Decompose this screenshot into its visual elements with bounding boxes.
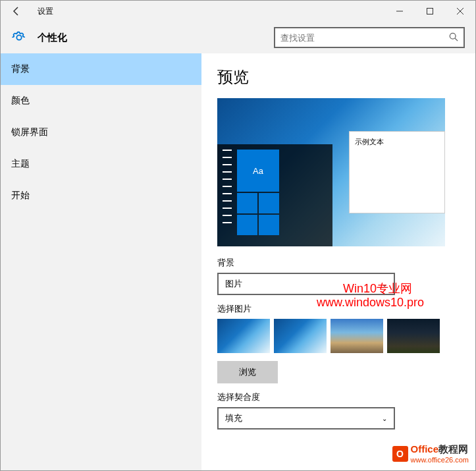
svg-rect-1 <box>427 9 433 14</box>
picture-thumbnails <box>217 319 460 353</box>
picture-thumb-2[interactable] <box>274 319 327 353</box>
picture-thumb-3[interactable] <box>331 319 383 353</box>
sidebar-item-label: 颜色 <box>11 95 30 107</box>
search-icon <box>449 32 458 43</box>
preview-start-list <box>223 150 232 241</box>
main-panel: 预览 Aa 示例文本 背景 图片 <box>201 53 475 470</box>
picture-thumb-4[interactable] <box>387 319 440 353</box>
minimize-button[interactable] <box>384 1 415 22</box>
chevron-down-icon: ⌄ <box>382 281 387 288</box>
svg-point-2 <box>450 33 456 39</box>
close-button[interactable] <box>445 1 475 22</box>
maximize-button[interactable] <box>415 1 445 22</box>
sample-window-text: 示例文本 <box>355 138 384 146</box>
content: 背景 颜色 锁屏界面 主题 开始 预览 Aa <box>1 53 475 470</box>
search-input[interactable] <box>280 33 449 43</box>
sidebar: 背景 颜色 锁屏界面 主题 开始 <box>1 53 201 470</box>
sidebar-item-lockscreen[interactable]: 锁屏界面 <box>1 117 201 148</box>
preview-tile-large: Aa <box>237 150 279 192</box>
window-title: 设置 <box>38 6 53 17</box>
sidebar-item-label: 锁屏界面 <box>11 126 48 138</box>
background-select-value: 图片 <box>225 278 242 290</box>
gear-icon <box>11 30 27 45</box>
sidebar-item-label: 开始 <box>11 190 30 202</box>
sidebar-item-colors[interactable]: 颜色 <box>1 85 201 117</box>
close-icon <box>457 8 463 14</box>
preview-heading: 预览 <box>217 67 460 88</box>
header: 个性化 <box>1 22 475 53</box>
preview-sample-window: 示例文本 <box>349 131 445 213</box>
preview-start-menu: Aa <box>217 144 332 246</box>
desktop-preview: Aa 示例文本 <box>217 98 445 246</box>
search-box[interactable] <box>274 27 465 48</box>
window-controls <box>384 1 475 22</box>
titlebar: 设置 <box>1 1 475 22</box>
sidebar-item-background[interactable]: 背景 <box>1 53 201 85</box>
sidebar-item-start[interactable]: 开始 <box>1 180 201 211</box>
background-label: 背景 <box>217 257 460 269</box>
fit-select[interactable]: 填充 ⌄ <box>217 407 395 429</box>
back-button[interactable] <box>1 1 32 22</box>
sidebar-item-label: 主题 <box>11 158 30 170</box>
chevron-down-icon: ⌄ <box>382 415 387 422</box>
picture-thumb-1[interactable] <box>217 319 270 353</box>
browse-button[interactable]: 浏览 <box>217 361 278 383</box>
page-title: 个性化 <box>38 32 67 44</box>
sidebar-item-themes[interactable]: 主题 <box>1 148 201 180</box>
fit-label: 选择契合度 <box>217 391 460 403</box>
choose-picture-label: 选择图片 <box>217 303 460 315</box>
arrow-left-icon <box>11 6 22 16</box>
svg-line-3 <box>455 38 458 41</box>
preview-tiles: Aa <box>237 150 280 235</box>
maximize-icon <box>427 8 433 14</box>
background-select[interactable]: 图片 ⌄ <box>217 273 395 295</box>
minimize-icon <box>396 8 403 14</box>
fit-select-value: 填充 <box>225 412 242 424</box>
sidebar-item-label: 背景 <box>11 63 30 75</box>
